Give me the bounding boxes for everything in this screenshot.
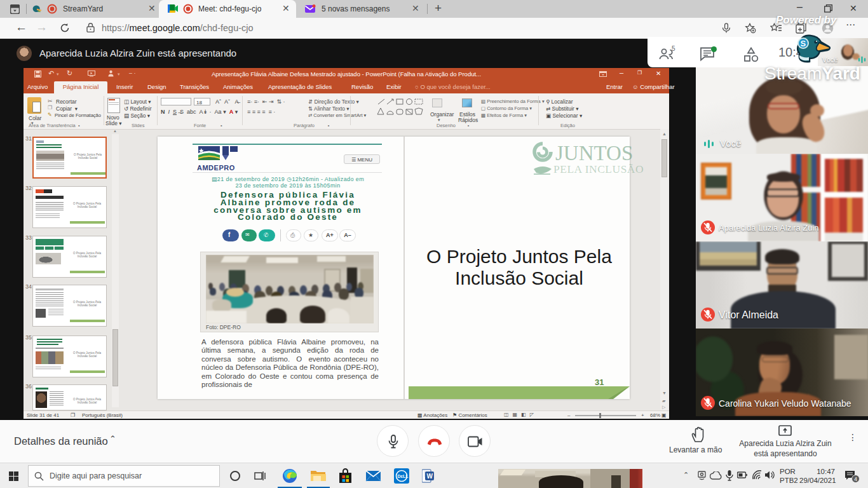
svg-text:W: W [427, 473, 433, 480]
svg-text:DɛLL: DɛLL [398, 474, 409, 478]
svg-text:5: 5 [672, 46, 675, 52]
svg-text:S: S [801, 39, 806, 48]
